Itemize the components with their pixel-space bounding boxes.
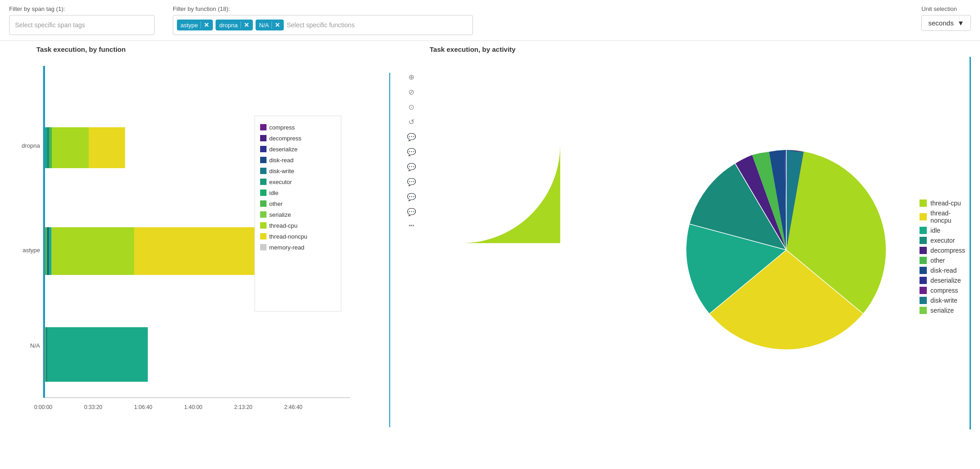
unit-selection-group: Unit selection seconds ▼ bbox=[921, 5, 971, 31]
legend-color-decompress bbox=[920, 247, 927, 254]
svg-text:dropna: dropna bbox=[22, 142, 40, 149]
svg-text:executor: executor bbox=[269, 179, 292, 185]
svg-text:idle: idle bbox=[269, 190, 278, 196]
svg-rect-40 bbox=[260, 190, 266, 196]
svg-text:disk-read: disk-read bbox=[269, 157, 293, 164]
legend-label-executor: executor bbox=[930, 237, 955, 244]
unit-selection-label: Unit selection bbox=[921, 5, 971, 12]
function-filter-label: Filter by function (18): bbox=[173, 5, 473, 12]
legend-serialize: serialize bbox=[920, 307, 971, 314]
svg-rect-50 bbox=[260, 244, 266, 250]
svg-rect-26 bbox=[43, 66, 45, 398]
svg-rect-28 bbox=[260, 124, 266, 130]
chip-astype[interactable]: astype ✕ bbox=[177, 20, 213, 30]
unit-dropdown[interactable]: seconds ▼ bbox=[921, 15, 971, 31]
svg-rect-25 bbox=[45, 327, 47, 382]
unit-dropdown-arrow: ▼ bbox=[957, 19, 964, 27]
tool-comment4-icon[interactable]: 💬 bbox=[407, 178, 416, 186]
svg-rect-36 bbox=[260, 168, 266, 174]
unit-value: seconds bbox=[928, 19, 954, 27]
chip-dropna-label: dropna bbox=[219, 22, 237, 29]
legend-compress: compress bbox=[920, 287, 971, 294]
svg-text:0:33:20: 0:33:20 bbox=[84, 404, 102, 410]
svg-rect-14 bbox=[47, 127, 49, 168]
legend-color-idle bbox=[920, 227, 927, 234]
chip-astype-label: astype bbox=[181, 22, 198, 29]
span-tag-placeholder: Select specific span tags bbox=[15, 21, 85, 29]
chip-na-label: N/A bbox=[259, 22, 269, 29]
svg-rect-38 bbox=[260, 179, 266, 185]
svg-rect-22 bbox=[47, 227, 49, 275]
tool-comment1-icon[interactable]: 💬 bbox=[407, 133, 416, 141]
svg-text:thread-noncpu: thread-noncpu bbox=[269, 233, 307, 240]
tool-refresh-icon[interactable]: ↺ bbox=[408, 118, 414, 126]
pie-chart-svg bbox=[448, 130, 673, 357]
svg-rect-30 bbox=[260, 135, 266, 141]
legend-disk-write: disk-write bbox=[920, 297, 971, 304]
pie-legend: thread-cpu thread-noncpu idle executor d… bbox=[920, 200, 971, 314]
legend-label-thread-cpu: thread-cpu bbox=[930, 200, 961, 207]
chip-astype-close[interactable]: ✕ bbox=[204, 21, 209, 29]
chip-dropna-close[interactable]: ✕ bbox=[244, 21, 249, 29]
legend-label-disk-write: disk-write bbox=[930, 297, 957, 304]
legend-label-compress: compress bbox=[930, 287, 958, 294]
function-filter-group: Filter by function (18): astype ✕ dropna… bbox=[173, 5, 473, 35]
svg-text:memory-read: memory-read bbox=[269, 244, 304, 251]
tool-zoom-icon[interactable]: ⊘ bbox=[408, 88, 414, 96]
legend-idle: idle bbox=[920, 227, 971, 234]
legend-executor: executor bbox=[920, 237, 971, 244]
legend-thread-cpu: thread-cpu bbox=[920, 200, 971, 207]
legend-color-executor bbox=[920, 237, 927, 244]
span-tag-input[interactable]: Select specific span tags bbox=[9, 15, 155, 35]
tool-comment3-icon[interactable]: 💬 bbox=[407, 163, 416, 171]
svg-text:2:13:20: 2:13:20 bbox=[234, 404, 252, 410]
svg-rect-44 bbox=[260, 211, 266, 218]
svg-rect-42 bbox=[260, 200, 266, 207]
svg-text:deserialize: deserialize bbox=[269, 146, 297, 153]
pie-chart-title: Task execution, by activity bbox=[430, 45, 971, 53]
bar-chart-panel: Task execution, by function dropna astyp… bbox=[9, 45, 377, 464]
legend-color-serialize bbox=[920, 307, 927, 314]
legend-decompress: decompress bbox=[920, 247, 971, 254]
tool-comment2-icon[interactable]: 💬 bbox=[407, 148, 416, 156]
legend-color-deserialize bbox=[920, 277, 927, 284]
chip-dropna[interactable]: dropna ✕ bbox=[216, 20, 252, 30]
tool-move-icon[interactable]: ⊕ bbox=[408, 73, 414, 81]
bar-chart-svg: dropna astype N/A 0:00:00 0:33:20 1:06:4… bbox=[9, 57, 355, 429]
svg-rect-27 bbox=[255, 116, 341, 311]
function-placeholder: Select specific functions bbox=[286, 21, 354, 29]
svg-rect-16 bbox=[43, 227, 134, 275]
pie-chart-panel: Task execution, by activity bbox=[421, 45, 971, 464]
svg-text:decompress: decompress bbox=[269, 135, 302, 142]
chip-na[interactable]: N/A ✕ bbox=[256, 20, 284, 30]
svg-text:astype: astype bbox=[23, 247, 40, 254]
svg-text:thread-cpu: thread-cpu bbox=[269, 222, 297, 229]
tool-link-icon[interactable]: ⊙ bbox=[408, 103, 414, 111]
svg-text:compress: compress bbox=[269, 124, 295, 131]
svg-text:N/A: N/A bbox=[30, 342, 40, 349]
svg-rect-12 bbox=[89, 127, 125, 168]
svg-rect-15 bbox=[49, 127, 52, 168]
charts-area: Task execution, by function dropna astyp… bbox=[0, 41, 980, 469]
legend-color-compress bbox=[920, 287, 927, 294]
svg-text:2:46:40: 2:46:40 bbox=[284, 404, 302, 410]
tool-comment6-icon[interactable]: 💬 bbox=[407, 208, 416, 216]
legend-label-other: other bbox=[930, 257, 945, 264]
svg-rect-34 bbox=[260, 157, 266, 163]
legend-color-disk-write bbox=[920, 297, 927, 304]
svg-text:0:00:00: 0:00:00 bbox=[34, 404, 52, 410]
legend-label-deserialize: deserialize bbox=[930, 277, 961, 284]
svg-text:1:06:40: 1:06:40 bbox=[134, 404, 152, 410]
svg-text:serialize: serialize bbox=[269, 211, 291, 218]
function-filter-box[interactable]: astype ✕ dropna ✕ N/A ✕ Select specific … bbox=[173, 15, 473, 35]
legend-deserialize: deserialize bbox=[920, 277, 971, 284]
legend-color-disk-read bbox=[920, 267, 927, 274]
legend-color-thread-noncpu bbox=[920, 213, 927, 220]
pie-chart-container: thread-cpu thread-noncpu idle executor d… bbox=[430, 57, 971, 429]
tool-comment5-icon[interactable]: 💬 bbox=[407, 193, 416, 201]
svg-text:1:40:00: 1:40:00 bbox=[184, 404, 202, 410]
chip-na-close[interactable]: ✕ bbox=[275, 21, 280, 29]
tool-more-icon[interactable]: ••• bbox=[408, 223, 414, 229]
bar-chart-title: Task execution, by function bbox=[36, 45, 377, 53]
legend-other: other bbox=[920, 257, 971, 264]
